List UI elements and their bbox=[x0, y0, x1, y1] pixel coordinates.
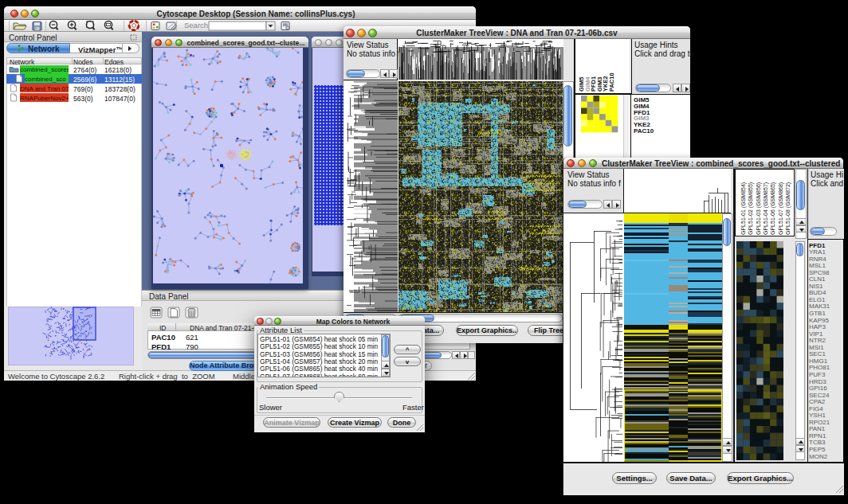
svg-text:GPL51-02 (GSM855): GPL51-02 (GSM855) bbox=[748, 182, 754, 235]
svg-text:GPL51-03 (GSM856): GPL51-03 (GSM856) bbox=[756, 182, 762, 235]
svg-text:GPL51-04 (GSM857): GPL51-04 (GSM857) bbox=[763, 182, 769, 235]
svg-text:PAC10: PAC10 bbox=[608, 72, 615, 92]
svg-text:Search:: Search: bbox=[184, 21, 210, 29]
svg-text:GPL51-08 (GSM872): GPL51-08 (GSM872) bbox=[785, 182, 791, 235]
svg-text:GPL51-07 (GSM868): GPL51-07 (GSM868) bbox=[778, 182, 784, 235]
svg-text:GPL51-01 (GSM854): GPL51-01 (GSM854) bbox=[740, 182, 747, 235]
svg-text:GPL51-06 (GSM865): GPL51-06 (GSM865) bbox=[770, 182, 776, 235]
